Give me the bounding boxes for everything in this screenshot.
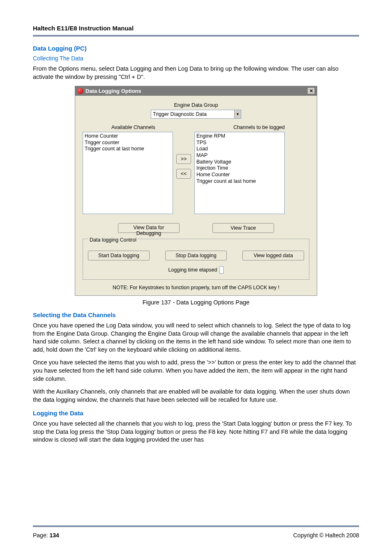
list-item[interactable]: Trigger count at last home [85,146,171,152]
chevron-down-icon[interactable]: ▼ [234,110,241,118]
list-item[interactable]: Load [196,146,283,152]
intro-paragraph: From the Options menu, select Data Loggi… [33,65,359,81]
list-item[interactable]: MAP [196,152,283,159]
titlebar: Data Logging Options ✕ [75,86,317,96]
remove-channel-button[interactable]: << [176,169,191,179]
channels-to-log-label: Channels to be logged [233,124,285,130]
subheading-collecting: Collecting The Data [33,55,359,62]
selecting-p3: With the Auxiliary Channels, only channe… [33,388,359,404]
list-item[interactable]: Trigger counter [85,140,171,146]
footer-rule [33,525,359,527]
list-item[interactable]: Injection Time [196,165,283,172]
page-footer: Page: 134 Copyright © Haltech 2008 [33,525,359,539]
heading-data-logging-pc: Data Logging (PC) [33,45,359,52]
heading-logging-data: Logging the Data [33,410,359,417]
selecting-p2: Once you have selected the items that yo… [33,359,359,383]
engine-data-group-label: Engine Data Group [83,102,309,108]
doc-header-title: Haltech E11/E8 Instruction Manual [33,25,359,32]
selecting-p1: Once you have opened the Log Data window… [33,322,359,354]
elapsed-label: Logging time elapsed [168,267,217,273]
logging-p1: Once you have selected all the channels … [33,420,359,444]
start-logging-button[interactable]: Start Data logging [88,251,150,260]
dialog-title: Data Logging Options [85,88,141,94]
list-item[interactable]: TPS [196,140,283,146]
engine-data-group-combo[interactable]: Trigger Diagnostic Data ▼ [151,110,241,119]
header-rule [33,35,359,37]
figure-caption: Figure 137 - Data Logging Options Page [33,299,359,306]
combo-value: Trigger Diagnostic Data [153,111,207,117]
close-icon[interactable]: ✕ [307,88,315,94]
page-number: Page: 134 [33,532,59,539]
dialog-screenshot: Data Logging Options ✕ Engine Data Group… [33,86,359,296]
list-item[interactable]: Battery Voltage [196,159,283,166]
list-item[interactable]: Home Counter [85,133,171,140]
heading-selecting-channels: Selecting the Data Channels [33,311,359,318]
data-logging-options-dialog: Data Logging Options ✕ Engine Data Group… [75,86,317,296]
add-channel-button[interactable]: >> [176,154,191,164]
available-channels-label: Available Channels [111,124,155,130]
logged-channels-listbox[interactable]: Engine RPM TPS Load MAP Battery Voltage … [194,132,285,214]
copyright: Copyright © Haltech 2008 [293,532,359,539]
available-channels-listbox[interactable]: Home Counter Trigger counter Trigger cou… [83,132,173,214]
fieldset-legend: Data logging Control [88,237,138,243]
list-item[interactable]: Trigger count at last home [196,178,283,185]
app-icon [77,88,83,94]
stop-logging-button[interactable]: Stop Data logging [165,251,227,260]
list-item[interactable]: Engine RPM [196,133,283,140]
data-logging-control-group: Data logging Control Start Data logging … [83,239,309,280]
caps-lock-note: NOTE: For Keystrokes to function properl… [83,285,309,290]
list-item[interactable]: Home Counter [196,172,283,178]
elapsed-value-box [219,266,224,274]
view-trace-button[interactable]: View Trace [212,223,274,233]
view-logged-data-button[interactable]: View logged data [242,251,304,260]
view-debug-button[interactable]: View Data for Debugging [118,223,180,233]
